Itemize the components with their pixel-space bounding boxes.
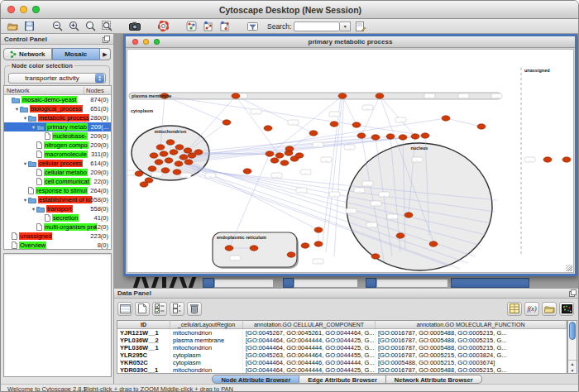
expand-arrow-icon[interactable]: ▼: [22, 116, 28, 121]
tree-row[interactable]: response to stimul 264(0): [4, 186, 111, 195]
tree-row[interactable]: multi-organism pro 42(0): [4, 222, 111, 232]
table-row[interactable]: YDR039C__1mitochondrion[GO:0044464, GO:0…: [117, 366, 567, 374]
node-color-attribute-select[interactable]: transporter activity ▲▼: [8, 73, 106, 84]
expand-arrow-icon[interactable]: ▼: [31, 207, 36, 212]
tree-node-icon: [12, 97, 20, 103]
zoom-selected-icon[interactable]: [84, 20, 97, 32]
scrollbar-thumb[interactable]: [569, 322, 576, 340]
background-window-edge[interactable]: [294, 279, 358, 288]
table-scrollbar[interactable]: ▲▼: [567, 320, 577, 374]
tab-network-attribute-browser[interactable]: Network Attribute Browser: [386, 375, 482, 384]
tree-row-label: Overview: [19, 241, 46, 249]
function-builder-icon[interactable]: f(x): [524, 302, 539, 316]
tab-network[interactable]: Network: [3, 48, 52, 60]
network-node: [225, 246, 233, 251]
open-file-icon[interactable]: [6, 20, 19, 32]
network-node: [160, 151, 168, 156]
resize-grip[interactable]: [566, 265, 572, 271]
create-attribute-icon[interactable]: [135, 302, 150, 316]
attribute-table-icon[interactable]: [117, 302, 132, 316]
expand-arrow-icon[interactable]: ▼: [22, 161, 28, 166]
snapshot-camera-icon[interactable]: [128, 20, 141, 32]
background-window-titlebar[interactable]: [366, 278, 376, 288]
background-window-edge[interactable]: [214, 279, 274, 288]
tree-row[interactable]: secretion 41(0): [4, 213, 111, 222]
col-id[interactable]: ID: [117, 321, 170, 328]
data-panel-toolbar: f(x): [114, 299, 579, 318]
matrix-view-icon[interactable]: [559, 302, 574, 316]
float-data-panel-icon[interactable]: [569, 289, 577, 297]
tree-node-icon: [28, 160, 36, 167]
float-panel-icon[interactable]: [103, 36, 110, 43]
tree-row[interactable]: ▼ primary metab 209(...: [4, 122, 111, 131]
import-attributes-icon[interactable]: [542, 302, 557, 316]
plasma-membrane-region: [129, 93, 501, 99]
tab-overflow-arrow[interactable]: ▶: [100, 48, 111, 60]
tree-row[interactable]: macromolecule 311(0): [4, 150, 111, 159]
tree-row[interactable]: unassigned 223(0): [4, 232, 111, 241]
tree-row[interactable]: ▼ transport 558(0): [4, 204, 111, 213]
vizmapper-icon[interactable]: [184, 20, 198, 32]
network-view-window[interactable]: primary metabolic process ..............…: [123, 34, 577, 276]
zoom-fit-icon[interactable]: [100, 20, 113, 32]
search-input[interactable]: [294, 22, 340, 31]
layout-icon-2[interactable]: [218, 20, 231, 32]
attribute-props-icon[interactable]: [507, 302, 522, 316]
col-go-cellular-component[interactable]: annotation.GO CELLULAR_COMPONENT: [243, 321, 376, 328]
status-welcome: Welcome to Cytoscape 2.8.1: [7, 385, 87, 392]
background-window-titlebar[interactable]: [203, 278, 214, 288]
unselect-attributes-icon[interactable]: [170, 302, 184, 316]
window-titlebar[interactable]: Cytoscape Desktop (New Session): [1, 1, 579, 19]
network-canvas[interactable]: ........................................…: [127, 49, 574, 273]
tree-row[interactable]: ▼ metabolic process 280(0): [4, 113, 111, 122]
tree-row[interactable]: nitrogen compo 209(0): [4, 141, 111, 150]
tree-row[interactable]: ▼ biological_process 651(0): [4, 104, 111, 113]
tree-row-count: 209(...: [91, 123, 108, 131]
tab-edge-attribute-browser[interactable]: Edge Attribute Browser: [299, 375, 385, 384]
network-node: [165, 158, 173, 163]
network-node: [314, 241, 323, 246]
background-window-edge[interactable]: [376, 279, 448, 288]
zoom-out-icon[interactable]: [50, 20, 64, 32]
table-row[interactable]: YPL036W__1mitochondrion[GO:0044464, GO:0…: [117, 344, 567, 351]
search-options-dropdown[interactable]: ▾: [340, 22, 351, 31]
table-row[interactable]: YKR052Ccytoplasm[GO:0044464, GO:0044446,…: [117, 359, 567, 366]
attribute-table-header[interactable]: ID _cellularLayoutRegion annotation.GO C…: [117, 321, 567, 329]
attribute-table[interactable]: ID _cellularLayoutRegion annotation.GO C…: [117, 320, 567, 374]
delete-attribute-icon[interactable]: [187, 302, 202, 316]
background-window-titlebar[interactable]: [283, 278, 294, 288]
svg-text:...: ...: [156, 174, 158, 177]
tree-row[interactable]: Overview 8(0): [4, 241, 111, 250]
expand-arrow-icon[interactable]: ▼: [22, 198, 28, 203]
tree-row[interactable]: nucleobase- 209(0): [4, 131, 111, 141]
scrollbar-arrows[interactable]: ▲▼: [568, 360, 577, 373]
tree-row[interactable]: ▼ establishment of lo 558(0): [4, 195, 111, 204]
col-go-molecular-function[interactable]: annotation.GO MOLECULAR_FUNCTION: [376, 321, 567, 328]
table-row[interactable]: YPL036W__2plasma membrane[GO:0044464, GO…: [117, 337, 567, 344]
help-ring-icon[interactable]: [156, 20, 170, 32]
select-attributes-icon[interactable]: [152, 302, 167, 316]
tab-mosaic[interactable]: Mosaic: [52, 48, 101, 60]
filter-icon[interactable]: [246, 20, 259, 32]
col-cellular-layout-region[interactable]: _cellularLayoutRegion: [170, 321, 243, 328]
tree-row[interactable]: ▼ cellular process 614(0): [4, 159, 111, 168]
birdseye-view-panel[interactable]: [3, 253, 112, 377]
tree-row[interactable]: mosaic-demo-yeast 874(0): [4, 95, 111, 104]
layout-icon-1[interactable]: [201, 20, 214, 32]
network-window-titlebar[interactable]: primary metabolic process: [126, 36, 575, 48]
table-row[interactable]: YJR121W__1mitochondrion[GO:0045267, GO:0…: [117, 329, 567, 337]
tree-row[interactable]: cellular metabo 209(0): [4, 168, 111, 177]
zoom-in-icon[interactable]: [67, 20, 80, 32]
expand-arrow-icon[interactable]: ▼: [31, 125, 36, 130]
expand-arrow-icon[interactable]: ▼: [14, 107, 20, 112]
tree-row[interactable]: cell communicat 22(0): [4, 177, 111, 186]
background-window-titlebar[interactable]: [451, 278, 529, 288]
network-node: [223, 120, 231, 125]
save-session-icon[interactable]: [22, 20, 36, 32]
annotation-icon[interactable]: [354, 20, 367, 32]
svg-text:...: ...: [317, 144, 319, 147]
tree-row-label: establishment of lo: [38, 196, 92, 203]
svg-text:...: ...: [400, 119, 402, 122]
table-row[interactable]: YLR295Ccytoplasm[GO:0045263, GO:0044464,…: [117, 351, 567, 359]
tab-node-attribute-browser[interactable]: Node Attribute Browser: [212, 375, 299, 384]
